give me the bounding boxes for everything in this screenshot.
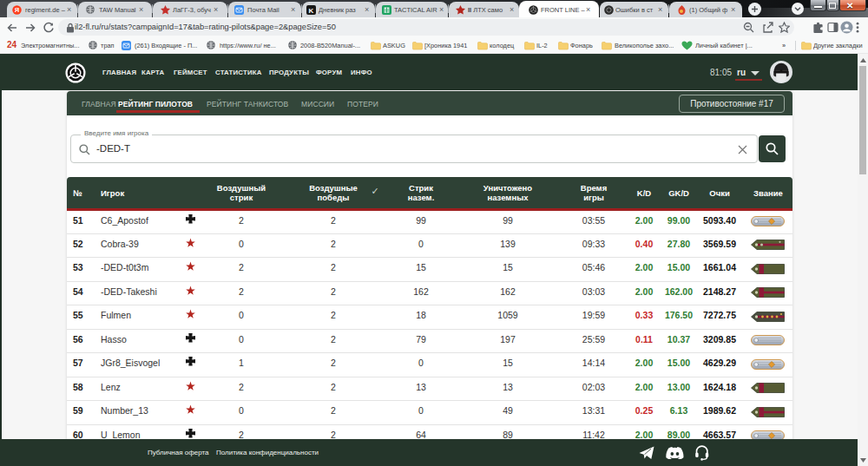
svg-text:K: K: [309, 7, 314, 15]
svg-text:Я: Я: [15, 6, 19, 14]
